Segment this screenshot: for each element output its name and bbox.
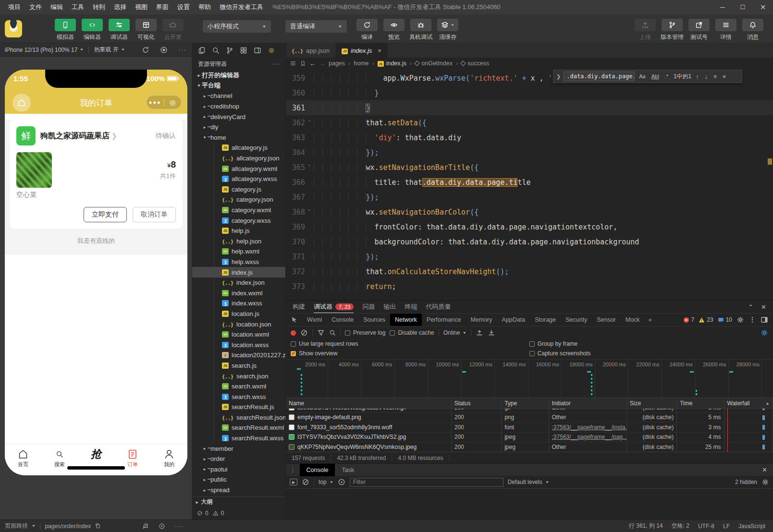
tree-item-spread[interactable]: ▸spread: [192, 485, 285, 496]
code-editor[interactable]: 359 app.WxParse.wxParse('richtext.' + x …: [286, 69, 773, 300]
code-line-366[interactable]: 366 title: that.data.diy.data.page.title: [286, 175, 773, 190]
hot-reload-toggle[interactable]: 热重载 开: [94, 46, 124, 54]
option-Group by frame[interactable]: Group by frame: [525, 340, 773, 347]
request-initiator[interactable]: :37563/__pageframe__/insta…: [549, 423, 627, 432]
toolbar-button-预览[interactable]: 预览: [380, 19, 407, 41]
toolbar-button-消息[interactable]: 消息: [739, 19, 766, 41]
context-dropdown[interactable]: top: [319, 479, 333, 485]
log-levels-dropdown[interactable]: Default levels: [508, 479, 549, 485]
tab-我的[interactable]: 我的: [151, 444, 187, 475]
branch-icon[interactable]: [226, 47, 233, 54]
code-line-368[interactable]: 368⌄ wx.setNavigationBarColor({: [286, 205, 773, 219]
disable-cache-checkbox[interactable]: Disable cache: [390, 329, 434, 336]
console-tab-Task[interactable]: Task: [335, 464, 361, 476]
forward-button[interactable]: →: [319, 60, 325, 67]
find-input[interactable]: .data.diy.data.page.ti: [564, 72, 635, 81]
close-icon[interactable]: ×: [378, 47, 381, 54]
code-line-369[interactable]: 369 frontColor: that.data.diy.data.page.…: [286, 219, 773, 234]
notification-icon[interactable]: [142, 523, 149, 530]
tree-item-index.wxml[interactable]: <>index.wxml: [192, 288, 285, 298]
menu-项目[interactable]: 项目: [4, 0, 25, 14]
devtools-tab-Memory[interactable]: Memory: [466, 314, 497, 326]
find-expand-icon[interactable]: ❯: [556, 73, 561, 80]
store-name[interactable]: 狗凯之家源码蔬果店: [40, 131, 110, 141]
files-icon[interactable]: [198, 47, 206, 54]
encoding[interactable]: UTF-8: [698, 523, 714, 530]
menu-帮助[interactable]: 帮助: [194, 0, 215, 14]
mode-dropdown[interactable]: 小程序模式: [203, 20, 271, 33]
panel-tab-代码质量[interactable]: 代码质量: [426, 301, 451, 313]
code-line-364[interactable]: 364 });: [286, 145, 773, 160]
column-header-Status[interactable]: Status: [452, 398, 502, 408]
minimize-button[interactable]: ─: [712, 0, 733, 14]
copy-icon[interactable]: [95, 523, 101, 529]
tree-item-location.js[interactable]: JSlocation.js: [192, 309, 285, 319]
devtools-tab-Sources[interactable]: Sources: [358, 314, 390, 326]
code-line-372[interactable]: 372 that.onCalculateStoreNavHeight();: [286, 264, 773, 279]
maximize-button[interactable]: ☐: [733, 0, 753, 14]
language-mode[interactable]: JavaScript: [738, 523, 765, 530]
back-button[interactable]: ←: [309, 60, 316, 67]
search-icon[interactable]: [212, 47, 220, 54]
cancel-order-button[interactable]: 取消订单: [133, 207, 176, 222]
menu-视图[interactable]: 视图: [131, 0, 152, 14]
find-next-button[interactable]: ↓: [703, 73, 710, 80]
menu-设置[interactable]: 设置: [173, 0, 194, 14]
panel-tab-调试器[interactable]: 调试器7, 23: [314, 301, 354, 313]
problems-indicator[interactable]: 0 0: [192, 507, 285, 520]
console-settings-icon[interactable]: [761, 478, 769, 486]
request-initiator[interactable]: :37563/__pageframe__/pag…: [549, 433, 627, 442]
tree-item-diy[interactable]: ▸diy: [192, 122, 285, 133]
capsule-menu[interactable]: ●●● ◎: [146, 95, 182, 109]
filter-funnel-icon[interactable]: [317, 329, 325, 337]
option-Capture screenshots[interactable]: Capture screenshots: [525, 350, 773, 357]
find-filter-icon[interactable]: ≡: [712, 73, 718, 79]
tree-item-creditshop[interactable]: ▸creditshop: [192, 101, 285, 112]
code-line-373[interactable]: 373 return;: [286, 279, 773, 294]
table-row[interactable]: empty-image-default.png200pngOther(disk …: [286, 413, 773, 423]
tree-item-allcategory.json[interactable]: {..}allcategory.json: [192, 153, 285, 164]
tree-item-index.json[interactable]: {..}index.json: [192, 278, 285, 288]
breadcrumb-item-pages[interactable]: pages: [329, 60, 345, 67]
table-header[interactable]: NameStatusTypeInitiatorSizeTimeWaterfall…: [286, 398, 773, 409]
drawer-close-button[interactable]: ✕: [762, 466, 773, 473]
breadcrumb-item-onGetIndex[interactable]: onGetIndex: [415, 60, 453, 67]
whole-word-toggle[interactable]: Abl: [650, 73, 661, 80]
restart-icon[interactable]: [142, 46, 149, 54]
live-expression-icon[interactable]: [338, 478, 345, 486]
panel-tab-问题[interactable]: 问题: [362, 301, 375, 313]
toolbar-button-测试号[interactable]: 测试号: [686, 19, 712, 41]
more-tabs-icon[interactable]: »: [645, 314, 656, 326]
toolbar-button-模拟器[interactable]: 模拟器: [52, 19, 79, 41]
tree-item-location.wxml[interactable]: <>location.wxml: [192, 329, 285, 340]
outline-list-icon[interactable]: [290, 60, 296, 67]
tab-qiang[interactable]: 抢: [78, 444, 114, 475]
inspect-icon[interactable]: [286, 316, 302, 324]
tree-item-category.wxml[interactable]: <>category.wxml: [192, 205, 285, 216]
devtools-tab-Network[interactable]: Network: [390, 314, 422, 326]
dots-v-icon[interactable]: [748, 316, 756, 324]
order-card[interactable]: 鲜 狗凯之家源码蔬果店 ❯ 待确认 ¥8 共1件: [10, 120, 183, 229]
panel-tab-构建[interactable]: 构建: [293, 301, 305, 313]
column-header-Time[interactable]: Time: [677, 398, 724, 408]
pay-now-button[interactable]: 立即支付: [84, 207, 127, 222]
toolbar-button-调试器[interactable]: 调试器: [106, 19, 133, 41]
clear-console-icon[interactable]: [302, 478, 309, 486]
close-icon[interactable]: ✕: [761, 303, 766, 311]
tree-item-paotui[interactable]: ▸paotui: [192, 464, 285, 475]
console-tab-Console[interactable]: Console: [300, 464, 335, 476]
toolbar-button-版本管理[interactable]: 版本管理: [659, 19, 686, 41]
tree-item-help.js[interactable]: JShelp.js: [192, 226, 285, 236]
fold-icon[interactable]: ⌄: [305, 115, 314, 124]
import-har-icon[interactable]: [476, 329, 483, 337]
devtools-tab-Wxml[interactable]: Wxml: [302, 314, 327, 326]
code-line-370[interactable]: 370 backgroundColor: that.data.diy.data.…: [286, 234, 773, 249]
table-row[interactable]: IshNcr5G7D7WovdvWdogNos3VVeShv.gif200gif…: [286, 409, 773, 413]
tree-item-allcategory.js[interactable]: JSallcategory.js: [192, 143, 285, 153]
toolbar-button-真机调试[interactable]: 真机调试: [407, 19, 434, 41]
tree-item-allcategory.wxss[interactable]: ʒallcategory.wxss: [192, 174, 285, 184]
code-line-367[interactable]: 367 });: [286, 190, 773, 205]
hand-icon[interactable]: [268, 47, 275, 54]
match-case-toggle[interactable]: Aa: [638, 73, 647, 80]
table-row[interactable]: font_79333_sor552odmh8y3nmi.woff200font:…: [286, 423, 773, 433]
